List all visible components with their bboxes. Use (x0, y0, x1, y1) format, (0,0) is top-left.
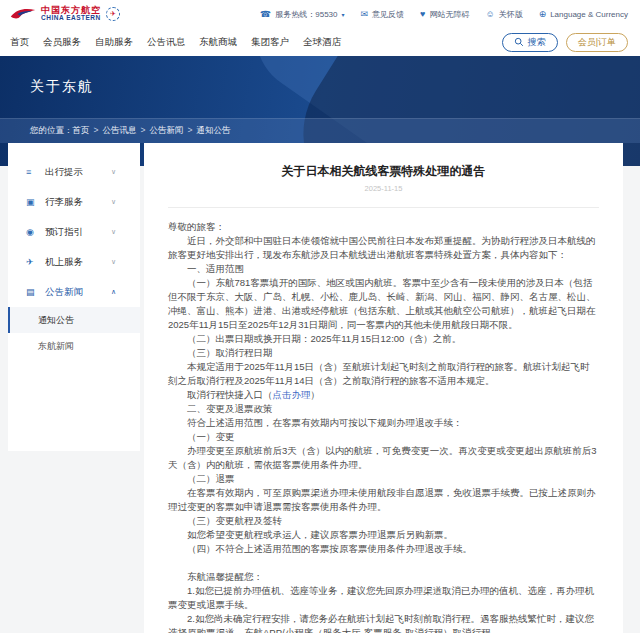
sidebar-item-label: 预订指引 (45, 226, 111, 239)
paragraph-spacer (168, 556, 599, 570)
breadcrumb-separator: > (140, 125, 145, 135)
main-nav-bar: 首页会员服务自助服务公告讯息东航商城集团客户全球酒店 搜索 会员|订单 (0, 28, 640, 56)
article-paragraph-6: 本规定适用于2025年11月15日（含）至航班计划起飞时刻之前取消行程的旅客。航… (168, 360, 599, 388)
utility-label: 关怀版 (499, 9, 523, 20)
article-paragraph-4: （二）出票日期或换开日期：2025年11月15日12:00（含）之前。 (168, 332, 599, 346)
article-paragraph-9: 符合上述适用范围，在客票有效期内可按以下规则办理退改手续： (168, 416, 599, 430)
article-paragraph-7: 取消行程快捷入口（点击办理） (168, 388, 599, 402)
top-utility-bar: 中国东方航空 CHINA EASTERN ✈ ☎服务热线：95530▾✉意见反馈… (0, 0, 640, 28)
logo-en-name: CHINA EASTERN (41, 15, 101, 22)
chevron-down-icon: ∨ (111, 258, 116, 266)
sidebar-item-4[interactable]: ▤公告新闻∧ (8, 277, 140, 307)
article-paragraph-11: 办理变更至原航班前后3天（含）以内的航班，可免费变更一次。再次变更或变更超出原航… (168, 444, 599, 472)
breadcrumb-item-1[interactable]: 公告讯息 (102, 125, 136, 135)
article-paragraph-2: 一、适用范围 (168, 262, 599, 276)
care-person-icon: ☺ (485, 10, 494, 19)
utility-label: 网站无障碍 (429, 9, 469, 20)
article-body: 尊敬的旅客：近日，外交部和中国驻日本使领馆就中国公民前往日本发布郑重提醒。为协助… (168, 220, 599, 633)
feedback-icon: ✉ (361, 10, 369, 19)
phone-icon: ☎ (260, 10, 271, 19)
news-icon: ▤ (26, 288, 38, 297)
utility-item-4[interactable]: ⊕Language & Currency (539, 10, 628, 19)
search-icon (514, 37, 524, 47)
breadcrumb-item-3[interactable]: 通知公告 (196, 125, 230, 135)
article-paragraph-3: （一）东航781客票填开的国际、地区或国内航班。客票中至少含有一段未使用的涉及日… (168, 276, 599, 332)
swallow-logo-icon (10, 6, 36, 22)
globe-icon: ⊕ (539, 10, 547, 19)
breadcrumb-prefix: 您的位置： (30, 125, 73, 137)
chevron-down-icon: ∨ (111, 228, 116, 236)
accessibility-heart-icon: ♥ (420, 10, 425, 19)
article-title: 关于日本相关航线客票特殊处理的通告 (168, 163, 599, 180)
chevron-down-icon: ∨ (111, 168, 116, 176)
article-paragraph-19: 1.如您已提前办理值机、选座等业务，建议您先回原办理渠道取消已办理的值机、选座，… (168, 584, 599, 612)
article-paragraph-5: （三）取消行程日期 (168, 346, 599, 360)
sidebar-item-label: 出行提示 (45, 166, 111, 179)
travel-tips-icon: ≡ (26, 168, 38, 177)
search-label: 搜索 (528, 36, 546, 49)
article-paragraph-13: 在客票有效期内，可至原购票渠道办理未使用航段非自愿退票，免收退票手续费。已按上述… (168, 486, 599, 514)
logo-text: 中国东方航空 CHINA EASTERN (41, 6, 101, 22)
article-paragraph-15: 如您希望变更航程或承运人，建议原客票办理退票后另购新票。 (168, 528, 599, 542)
chevron-down-icon: ▾ (342, 11, 345, 18)
article-paragraph-10: （一）变更 (168, 430, 599, 444)
breadcrumb-bar: 您的位置： 首页>公告讯息>公告新闻>通知公告 (0, 118, 640, 143)
chevron-down-icon: ∨ (111, 198, 116, 206)
breadcrumb: 首页>公告讯息>公告新闻>通知公告 (73, 125, 231, 137)
anniversary-stamp-icon: ✈ (106, 7, 120, 21)
baggage-icon: ▣ (26, 198, 38, 207)
utility-label: Language & Currency (550, 10, 628, 19)
utility-links: ☎服务热线：95530▾✉意见反馈♥网站无障碍☺关怀版⊕Language & C… (260, 9, 628, 20)
utility-label: 服务热线：95530 (275, 9, 337, 20)
breadcrumb-separator: > (187, 125, 192, 135)
member-orders-label: 会员|订单 (578, 36, 616, 49)
sidebar-menu: ≡出行提示∨▣行李服务∨◉预订指引∨✈机上服务∨▤公告新闻∧通知公告东航新闻 (8, 143, 140, 451)
nav-item-6[interactable]: 全球酒店 (303, 36, 341, 49)
banner-title: 关于东航 (30, 78, 94, 96)
sidebar-item-2[interactable]: ◉预订指引∨ (8, 217, 140, 247)
search-button[interactable]: 搜索 (502, 33, 558, 52)
utility-item-2[interactable]: ♥网站无障碍 (420, 9, 469, 20)
article-date: 2025-11-15 (168, 184, 599, 193)
utility-item-3[interactable]: ☺关怀版 (485, 9, 522, 20)
article-paragraph-20: 2.如您尚未确定行程安排，请您务必在航班计划起飞时刻前取消行程。遇客服热线繁忙时… (168, 612, 599, 633)
article-paragraph-16: （四）不符合上述适用范围的客票按原客票使用条件办理退改手续。 (168, 542, 599, 556)
nav-item-1[interactable]: 会员服务 (43, 36, 81, 49)
article-paragraph-12: （二）退票 (168, 472, 599, 486)
sidebar-item-0[interactable]: ≡出行提示∨ (8, 157, 140, 187)
chevron-up-icon: ∧ (111, 288, 116, 296)
content-area: ≡出行提示∨▣行李服务∨◉预订指引∨✈机上服务∨▤公告新闻∧通知公告东航新闻 关… (0, 143, 640, 633)
breadcrumb-item-0[interactable]: 首页 (73, 125, 90, 135)
notice-article: 关于日本相关航线客票特殊处理的通告 2025-11-15 尊敬的旅客：近日，外交… (144, 143, 623, 633)
nav-item-3[interactable]: 公告讯息 (147, 36, 185, 49)
booking-guide-icon: ◉ (26, 228, 38, 237)
sidebar-item-label: 公告新闻 (45, 286, 111, 299)
sidebar-item-3[interactable]: ✈机上服务∨ (8, 247, 140, 277)
utility-item-1[interactable]: ✉意见反馈 (361, 9, 405, 20)
utility-label: 意见反馈 (372, 9, 404, 20)
sidebar-item-1[interactable]: ▣行李服务∨ (8, 187, 140, 217)
cancel-itinerary-link[interactable]: 点击办理 (273, 389, 311, 400)
sidebar-item-label: 机上服务 (45, 256, 111, 269)
onboard-service-icon: ✈ (26, 258, 38, 267)
breadcrumb-item-2[interactable]: 公告新闻 (149, 125, 183, 135)
article-paragraph-8: 二、变更及退票政策 (168, 402, 599, 416)
sidebar-subitem-1[interactable]: 东航新闻 (8, 333, 140, 359)
article-paragraph-0: 尊敬的旅客： (168, 220, 599, 234)
utility-item-0[interactable]: ☎服务热线：95530▾ (260, 9, 344, 20)
nav-item-0[interactable]: 首页 (10, 36, 29, 49)
article-paragraph-1: 近日，外交部和中国驻日本使领馆就中国公民前往日本发布郑重提醒。为协助行程涉及日本… (168, 234, 599, 262)
member-orders-button[interactable]: 会员|订单 (566, 33, 628, 52)
breadcrumb-separator: > (94, 125, 99, 135)
article-paragraph-18: 东航温馨提醒您： (168, 570, 599, 584)
title-divider (168, 207, 599, 208)
sidebar-subitem-0[interactable]: 通知公告 (8, 307, 140, 333)
nav-item-5[interactable]: 集团客户 (251, 36, 289, 49)
article-paragraph-14: （三）变更航程及签转 (168, 514, 599, 528)
nav-item-2[interactable]: 自助服务 (95, 36, 133, 49)
nav-actions: 搜索 会员|订单 (502, 33, 628, 52)
main-nav: 首页会员服务自助服务公告讯息东航商城集团客户全球酒店 (10, 36, 341, 49)
sidebar-item-label: 行李服务 (45, 196, 111, 209)
nav-item-4[interactable]: 东航商城 (199, 36, 237, 49)
china-eastern-logo[interactable]: 中国东方航空 CHINA EASTERN ✈ (10, 6, 120, 22)
